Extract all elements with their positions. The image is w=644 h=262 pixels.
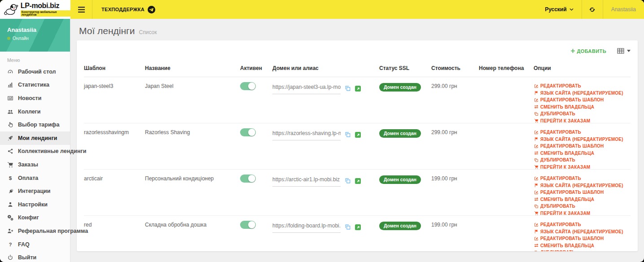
option-link[interactable]: ЯЗЫК САЙТА (НЕРЕДАКТИРУЕМОЕ)	[534, 91, 626, 96]
domain-input[interactable]	[272, 175, 341, 187]
table-row: red Складна обробна дошка Домен создан	[84, 216, 631, 251]
chevron-down-icon	[570, 8, 574, 11]
option-link[interactable]: СМЕНИТЬ ВЛАДЕЛЬЦА	[534, 105, 626, 109]
option-link[interactable]: ПЕРЕЙТИ К ЗАКАЗАМ	[534, 165, 626, 170]
option-link[interactable]: РЕДАКТИРОВАТЬ ШАБЛОН	[534, 190, 626, 195]
external-link-icon	[356, 226, 360, 229]
sidebar-item[interactable]: Настройки	[0, 198, 70, 211]
option-link[interactable]: СМЕНИТЬ ВЛАДЕЛЬЦА	[534, 151, 626, 156]
option-link[interactable]: ДУБЛИРОВАТЬ	[534, 250, 626, 251]
price-value: 199.00 грн	[431, 222, 479, 228]
sidebar-item[interactable]: Выйти	[0, 251, 70, 262]
card-toolbar: ДОБАВИТЬ	[84, 40, 631, 61]
option-link[interactable]: РЕДАКТИРОВАТЬ	[534, 83, 626, 88]
sidebar-item[interactable]: Рабочий стол	[0, 65, 70, 79]
option-link[interactable]: ДУБЛИРОВАТЬ	[534, 111, 626, 116]
sidebar-item[interactable]: Заказы	[0, 158, 70, 171]
refresh-button[interactable]	[582, 0, 603, 19]
option-link[interactable]: РЕДАКТИРОВАТЬ ШАБЛОН	[534, 97, 626, 102]
sidebar-item[interactable]: Новости	[0, 92, 70, 105]
sidebar-item[interactable]: $ Оплата	[0, 171, 70, 185]
sidebar-item[interactable]: Коллеги	[0, 105, 70, 118]
cart-icon	[6, 161, 14, 168]
svg-text:?: ?	[9, 241, 12, 247]
brand-logo[interactable]: LP-mobi.biz Конструктор мобильных лендин…	[0, 0, 70, 19]
template-name: japan-steel3	[84, 83, 145, 89]
users-icon	[6, 108, 14, 115]
hamburger-menu-button[interactable]	[70, 0, 92, 19]
active-toggle[interactable]	[240, 175, 256, 183]
sidebar-item[interactable]: Интеграции	[0, 184, 70, 198]
option-link[interactable]: РЕДАКТИРОВАТЬ ШАБЛОН	[534, 144, 626, 148]
column-header: Домен или алиас	[272, 65, 379, 71]
option-link[interactable]: СМЕНИТЬ ВЛАДЕЛЬЦА	[534, 197, 626, 202]
option-link[interactable]: ДУБЛИРОВАТЬ	[534, 204, 626, 209]
active-toggle[interactable]	[240, 221, 256, 229]
brand-name: LP-mobi.biz	[21, 2, 70, 9]
add-landing-button[interactable]: ДОБАВИТЬ	[571, 48, 607, 54]
copy-icon[interactable]	[345, 178, 351, 185]
user-plus-icon	[6, 227, 14, 234]
tech-support-button[interactable]: ТЕХПОДДЕРЖКА	[92, 0, 164, 19]
sidebar-item[interactable]: Коллективные лендинги	[0, 145, 70, 158]
price-value: 299.00 грн	[431, 129, 479, 135]
copy-icon[interactable]	[345, 131, 351, 139]
main-content: Мої лендінги Список ДОБАВИТЬ	[70, 19, 644, 262]
column-header: Номер телефона	[479, 65, 534, 71]
sidebar-item[interactable]: Реферальная программа	[0, 224, 70, 238]
table-grid-icon	[617, 48, 624, 54]
domain-input[interactable]	[272, 222, 341, 233]
online-status: Онлайн	[7, 36, 63, 41]
cart-icon	[534, 211, 539, 216]
edit-icon	[534, 190, 539, 195]
exchange-icon	[534, 243, 539, 248]
option-link[interactable]: ЯЗЫК САЙТА (НЕРЕДАКТИРУЕМОЕ)	[534, 183, 626, 188]
option-link[interactable]: РЕДАКТИРОВАТЬ	[534, 176, 626, 181]
option-link[interactable]: РЕДАКТИРОВАТЬ ШАБЛОН	[534, 236, 626, 241]
option-link[interactable]: ДУБЛИРОВАТЬ	[534, 157, 626, 162]
language-dropdown[interactable]: Русский	[537, 0, 582, 19]
copy-icon[interactable]	[345, 85, 351, 93]
option-link[interactable]: СМЕНИТЬ ВЛАДЕЛЬЦА	[534, 243, 626, 248]
cart-icon	[534, 118, 539, 123]
external-link-icon	[356, 133, 360, 137]
column-header: Активен	[240, 65, 272, 71]
sidebar-item[interactable]: Мои лендинги	[0, 131, 70, 145]
sidebar-item[interactable]: Конфиг	[0, 211, 70, 225]
exchange-icon	[534, 151, 539, 156]
edit-icon	[534, 144, 539, 148]
domain-input[interactable]	[272, 83, 341, 94]
user-menu[interactable]: Anastasiia	[603, 0, 644, 19]
dashboard-icon	[6, 68, 14, 75]
sidebar-item[interactable]: ? FAQ	[0, 238, 70, 251]
share-icon	[6, 148, 14, 155]
active-toggle[interactable]	[240, 82, 256, 90]
option-link[interactable]: РЕДАКТИРОВАТЬ	[534, 222, 626, 227]
option-link[interactable]: ПЕРЕЙТИ К ЗАКАЗАМ	[534, 118, 626, 123]
price-value: 199.00 грн	[431, 175, 479, 182]
open-site-button[interactable]	[355, 132, 361, 138]
price-value: 299.00 грн	[431, 83, 479, 89]
sidebar-item[interactable]: Статистика	[0, 79, 70, 92]
option-link[interactable]: ПЕРЕЙТИ К ЗАКАЗАМ	[534, 211, 626, 216]
domain-input[interactable]	[272, 129, 341, 140]
edit-icon	[534, 83, 539, 88]
option-link[interactable]: ЯЗЫК САЙТА (НЕРЕДАКТИРУЕМОЕ)	[534, 137, 626, 142]
topbar: LP-mobi.biz Конструктор мобильных лендин…	[0, 0, 644, 19]
landings-card: ДОБАВИТЬ Шаблон Название Активен Доме	[77, 40, 638, 251]
sidebar-item[interactable]: Выбор тарифа	[0, 118, 70, 131]
open-site-button[interactable]	[355, 224, 361, 230]
ssl-status-badge: Домен создан	[379, 83, 421, 92]
active-toggle[interactable]	[240, 128, 256, 136]
option-link[interactable]: ЯЗЫК САЙТА (НЕРЕДАКТИРУЕМОЕ)	[534, 229, 626, 234]
row-options: РЕДАКТИРОВАТЬ ЯЗЫК САЙТА (НЕРЕДАКТИРУЕМО…	[534, 222, 631, 251]
open-site-button[interactable]	[355, 86, 361, 92]
option-link[interactable]: РЕДАКТИРОВАТЬ	[534, 130, 626, 135]
view-options-button[interactable]	[617, 48, 631, 54]
copy-icon[interactable]	[345, 224, 351, 231]
duplicate-icon	[534, 157, 539, 162]
open-site-button[interactable]	[355, 178, 361, 184]
dollar-icon: $	[6, 175, 14, 181]
template-name: arcticair	[84, 175, 145, 182]
news-icon	[6, 95, 14, 101]
